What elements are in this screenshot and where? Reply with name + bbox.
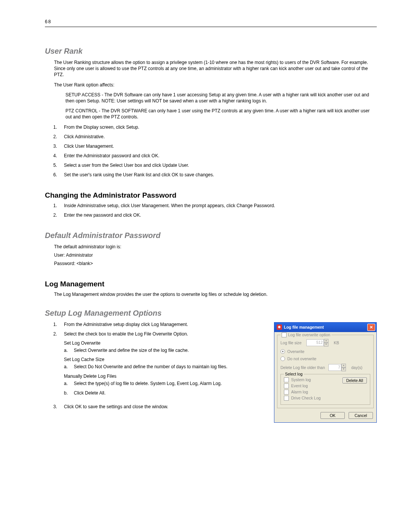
set-cache-a: Select Do Not Overwrite and define the n… (74, 364, 228, 370)
default-pw-password: Password: <blank> (54, 260, 377, 267)
overwrite-option-checkbox[interactable] (282, 332, 287, 337)
set-overwrite-a: Select Overwrite and define the size of … (74, 347, 189, 353)
size-spinner[interactable]: ▲▼ (324, 339, 328, 347)
user-rank-affects-label: The User Rank option affects: (54, 82, 377, 88)
kb-label: KB (334, 340, 339, 345)
heading-log-management: Log Management (45, 280, 377, 288)
user-rank-intro: The User Ranking structure allows the op… (54, 59, 377, 78)
drive-check-log-label: Drive Check Log (291, 396, 321, 400)
manual-delete-b: Click Delete All. (74, 390, 105, 396)
overwrite-radio[interactable] (280, 349, 285, 354)
app-icon: ✱ (277, 324, 282, 330)
change-pw-steps: 1.Inside Administrative setup, click Use… (53, 203, 377, 218)
drive-check-log-checkbox[interactable] (284, 396, 289, 401)
select-log-label: Select log (284, 372, 304, 376)
page-number: 68 (45, 19, 377, 24)
cancel-button[interactable]: Cancel (349, 412, 373, 419)
ok-button[interactable]: OK (320, 412, 345, 419)
log-file-management-dialog: ✱ Log file management ✕ Log file overwri… (274, 322, 377, 423)
log-file-size-input[interactable]: 512 (306, 339, 324, 346)
list-item: Select a user from the Select User box a… (64, 162, 189, 168)
default-pw-user: User: Administrator (54, 252, 377, 258)
list-item: Set the user's rank using the User Rank … (64, 172, 214, 178)
delete-all-button[interactable]: Delete All (342, 377, 367, 383)
alarm-log-checkbox[interactable] (284, 390, 289, 395)
dialog-titlebar[interactable]: ✱ Log file management ✕ (274, 323, 376, 332)
do-not-overwrite-label: Do not overwrite (287, 356, 316, 361)
heading-change-password: Changing the Administrator Password (45, 191, 377, 200)
default-pw-intro: The default administrator login is: (54, 244, 377, 250)
group-title-text: Log file overwrite option (288, 332, 330, 337)
manual-delete-a: Select the type(s) of log file to delete… (74, 380, 222, 387)
do-not-overwrite-radio[interactable] (280, 356, 285, 361)
list-item: From the Display screen, click Setup. (64, 124, 139, 130)
system-log-checkbox[interactable] (284, 377, 289, 382)
list-item: From the Administrative setup display cl… (64, 321, 188, 328)
event-log-label: Event log (291, 383, 308, 388)
list-item: Click OK to save the settings and close … (64, 404, 168, 410)
overwrite-label: Overwrite (287, 349, 304, 354)
header-divider (45, 27, 377, 27)
log-file-size-label: Log file size (280, 340, 306, 345)
list-item: Enter the new password and click OK. (64, 212, 141, 218)
user-rank-steps: 1.From the Display screen, click Setup. … (53, 124, 377, 178)
list-item: Inside Administrative setup, click User … (64, 203, 275, 209)
delete-older-input[interactable]: 7 (328, 364, 341, 371)
delete-older-label: Delete Log file older than (280, 365, 328, 370)
event-log-checkbox[interactable] (284, 383, 289, 388)
system-log-label: System log (291, 377, 311, 382)
heading-user-rank: User Rank (45, 47, 377, 56)
close-icon[interactable]: ✕ (367, 324, 375, 331)
dialog-title: Log file management (284, 325, 324, 329)
heading-default-password: Default Administrator Password (45, 231, 377, 240)
user-rank-setup-access: SETUP ACCESS - The DVR Software can only… (65, 92, 377, 104)
list-item: Select the check box to enable the Log F… (64, 331, 188, 337)
user-rank-ptz-control: PTZ CONTROL - The DVR SOFTWARE can only … (65, 108, 377, 120)
list-item: Click Administrative. (64, 134, 105, 140)
list-item: Click User Management. (64, 143, 114, 149)
heading-setup-log: Setup Log Management Options (45, 309, 377, 318)
list-item: Enter the Administrator password and cli… (64, 153, 159, 159)
days-label: day(s) (351, 365, 362, 370)
days-spinner[interactable]: ▲▼ (341, 364, 346, 371)
alarm-log-label: Alarm log (291, 390, 308, 394)
log-mgmt-intro: The Log Management window provides the u… (54, 291, 377, 297)
